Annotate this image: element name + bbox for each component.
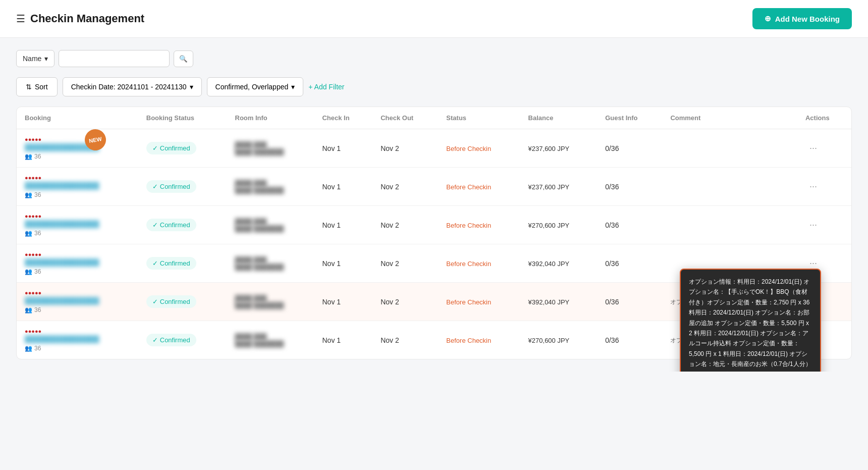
booking-status-cell: ✓ Confirmed	[138, 168, 227, 206]
balance-cell: ¥392,040 JPY	[520, 244, 598, 283]
booking-name[interactable]: ████████████████	[25, 335, 99, 343]
sort-icon: ⇅	[26, 83, 32, 91]
col-balance: Balance	[520, 107, 598, 129]
check-icon: ✓	[152, 144, 158, 152]
guest-count: 👥 36	[25, 153, 99, 160]
status-cell: Before Checkin	[438, 129, 520, 168]
row-actions-button[interactable]: ···	[805, 218, 821, 232]
balance-amount: ¥237,600 JPY	[528, 183, 570, 191]
status-badge: ✓ Confirmed	[146, 334, 196, 346]
checkout-cell: Nov 2	[372, 283, 438, 321]
checkin-cell: Nov 1	[314, 321, 372, 359]
brand-logo: ●●●●●	[25, 290, 99, 296]
room-info-cell: ████ ███ ████ ███████	[227, 129, 314, 168]
table-row: ●●●●● ████████████████ 👥 36 ✓ Confirmed …	[17, 206, 851, 244]
app-header: ☰ Checkin Management ⊕ Add New Booking	[0, 0, 868, 38]
checkin-status: Before Checkin	[446, 222, 491, 229]
col-status: Status	[438, 107, 520, 129]
checkin-cell: Nov 1	[314, 129, 372, 168]
chevron-down-icon: ▾	[190, 83, 193, 91]
booking-status-cell: ✓ Confirmed	[138, 206, 227, 244]
room-detail: ████ ███████	[235, 225, 306, 232]
checkin-cell: Nov 1	[314, 244, 372, 283]
balance-cell: ¥270,600 JPY	[520, 206, 598, 244]
checkin-cell: Nov 1	[314, 206, 372, 244]
guest-info-cell: 0/36	[597, 129, 662, 168]
checkout-cell: Nov 2	[372, 168, 438, 206]
sort-button[interactable]: ⇅ Sort	[16, 77, 58, 96]
search-input[interactable]	[59, 50, 170, 67]
booking-cell: ●●●●● ████████████████ 👥 36	[17, 321, 138, 359]
guest-count: 👥 36	[25, 306, 99, 314]
people-icon: 👥	[25, 191, 32, 198]
actions-cell: ···	[797, 129, 851, 168]
guest-count: 👥 36	[25, 191, 99, 198]
chevron-down-icon: ▾	[44, 55, 48, 63]
search-button[interactable]: 🔍	[174, 50, 193, 67]
room-detail: ████ ███████	[235, 302, 306, 309]
room-info-cell: ████ ███ ████ ███████	[227, 321, 314, 359]
bookings-table-container: Booking Booking Status Room Info Check I…	[16, 107, 852, 359]
booking-status-cell: ✓ Confirmed	[138, 283, 227, 321]
booking-name[interactable]: ████████████████	[25, 258, 99, 266]
checkin-status: Before Checkin	[446, 260, 491, 268]
col-comment: Comment	[662, 107, 797, 129]
booking-status-cell: ✓ Confirmed	[138, 129, 227, 168]
brand-logo: ●●●●●	[25, 328, 99, 334]
add-new-booking-button[interactable]: ⊕ Add New Booking	[752, 8, 852, 29]
booking-status-cell: ✓ Confirmed	[138, 244, 227, 283]
search-icon: 🔍	[179, 55, 188, 63]
col-checkout: Check Out	[372, 107, 438, 129]
room-info-cell: ████ ███ ████ ███████	[227, 206, 314, 244]
check-icon: ✓	[152, 221, 158, 229]
room-name: ████ ███	[235, 333, 306, 340]
room-detail: ████ ███████	[235, 148, 306, 155]
checkin-status: Before Checkin	[446, 298, 491, 306]
people-icon: 👥	[25, 345, 32, 352]
guest-info-cell: 0/36	[597, 321, 662, 359]
brand-logo: ●●●●●	[25, 213, 99, 219]
main-content: Name ▾ 🔍 ⇅ Sort Checkin Date: 20241101 -…	[0, 38, 868, 372]
check-icon: ✓	[152, 183, 158, 190]
add-icon: ⊕	[765, 14, 771, 23]
room-info-cell: ████ ███ ████ ███████	[227, 244, 314, 283]
col-room-info: Room Info	[227, 107, 314, 129]
row-actions-button[interactable]: ···	[805, 179, 821, 194]
status-badge: ✓ Confirmed	[146, 295, 196, 308]
row-actions-button[interactable]: ···	[805, 141, 821, 155]
name-select-dropdown[interactable]: Name ▾	[16, 50, 55, 67]
checkout-cell: Nov 2	[372, 206, 438, 244]
guest-info-cell: 0/36	[597, 168, 662, 206]
status-cell: Before Checkin	[438, 206, 520, 244]
add-filter-button[interactable]: + Add Filter	[308, 83, 344, 91]
balance-amount: ¥392,040 JPY	[528, 260, 570, 268]
booking-cell: ●●●●● ████████████████ 👥 36	[17, 168, 138, 206]
col-booking: Booking	[17, 107, 138, 129]
menu-icon: ☰	[16, 13, 25, 25]
booking-status-cell: ✓ Confirmed	[138, 321, 227, 359]
checkin-date-filter[interactable]: Checkin Date: 20241101 - 20241130 ▾	[63, 77, 202, 96]
booking-cell: ●●●●● ████████████████ 👥 36 NEW	[17, 129, 138, 168]
booking-name[interactable]: ████████████████	[25, 297, 99, 304]
table-row: ●●●●● ████████████████ 👥 36 ✓ Confirmed …	[17, 168, 851, 206]
comment-cell	[662, 168, 797, 206]
balance-cell: ¥392,040 JPY	[520, 283, 598, 321]
room-name: ████ ███	[235, 218, 306, 225]
check-icon: ✓	[152, 336, 158, 344]
booking-name[interactable]: ████████████████	[25, 182, 99, 189]
room-name: ████ ███	[235, 295, 306, 302]
status-badge: ✓ Confirmed	[146, 180, 196, 193]
checkin-status: Before Checkin	[446, 145, 491, 152]
booking-cell: ●●●●● ████████████████ 👥 36	[17, 244, 138, 283]
room-detail: ████ ███████	[235, 264, 306, 271]
people-icon: 👥	[25, 306, 32, 314]
booking-name[interactable]: ████████████████	[25, 220, 99, 228]
col-actions: Actions	[797, 107, 851, 129]
status-filter[interactable]: Confirmed, Overlapped ▾	[207, 77, 304, 96]
room-detail: ████ ███████	[235, 187, 306, 194]
guest-count: 👥 36	[25, 230, 99, 237]
checkin-status: Before Checkin	[446, 183, 491, 191]
comment-cell	[662, 206, 797, 244]
guest-info-cell: 0/36	[597, 244, 662, 283]
balance-amount: ¥270,600 JPY	[528, 222, 570, 229]
